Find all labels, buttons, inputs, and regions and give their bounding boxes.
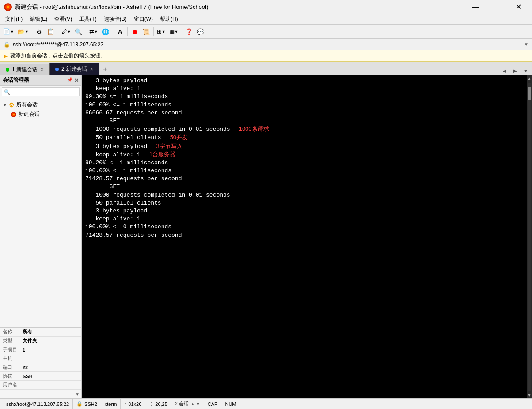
- menu-tab[interactable]: 选项卡(B): [100, 15, 130, 24]
- terminal-line: 99.30% <= 1 milliseconds: [85, 93, 523, 101]
- menu-file[interactable]: 文件(F): [2, 15, 26, 24]
- session-up-button[interactable]: ▲: [190, 401, 195, 406]
- status-protocol-text: SSH2: [84, 401, 97, 407]
- terminal-line: 50 parallel clients50并发: [85, 133, 523, 142]
- info-row-host: 主机: [0, 354, 81, 363]
- sidebar: 会话管理器 📌 ✕ ▼ ⚙ 所有会话 新建会话: [0, 75, 82, 398]
- close-button[interactable]: ✕: [508, 0, 528, 14]
- svg-point-5: [13, 114, 15, 115]
- maximize-button[interactable]: □: [487, 0, 507, 14]
- font-button[interactable]: A: [115, 27, 125, 37]
- info-bar: ▶ 要添加当前会话，点击左侧的箭头按钮。: [0, 50, 532, 62]
- tab-2[interactable]: 2 新建会话 ✕: [49, 63, 99, 75]
- status-terminal-text: xterm: [105, 401, 117, 407]
- status-num: NUM: [221, 399, 239, 409]
- open-session-button[interactable]: 📂▼: [16, 27, 30, 37]
- terminal-line: ====== GET ======: [85, 183, 523, 191]
- folder-icon: ⚙: [9, 102, 15, 109]
- status-protocol: 🔒 SSH2: [73, 399, 101, 409]
- scrollbar-down-button[interactable]: ▼: [526, 392, 532, 398]
- menu-help[interactable]: 帮助(H): [156, 15, 182, 24]
- status-num-text: NUM: [225, 401, 236, 407]
- session-down-button[interactable]: ▼: [196, 401, 200, 406]
- status-terminal: xterm: [101, 399, 121, 409]
- help-button[interactable]: ❓: [184, 27, 194, 37]
- terminal-line: keep alive: 1: [85, 85, 523, 93]
- tab-2-close[interactable]: ✕: [90, 67, 93, 72]
- sidebar-search: [0, 86, 81, 98]
- tab-2-label: 2 新建会话: [61, 65, 87, 73]
- compose-button[interactable]: 🖊▼: [60, 27, 72, 37]
- sidebar-info-scroll-down[interactable]: ▼: [75, 392, 80, 397]
- terminal-line: 100.00% <= 0 milliseconds: [85, 223, 523, 231]
- menu-tools[interactable]: 工具(T): [76, 15, 100, 24]
- info-key-name: 名称: [0, 328, 20, 337]
- layout-button[interactable]: ⊞▼: [156, 27, 167, 37]
- terminal-line: 50 parallel clients: [85, 199, 523, 207]
- panel-button[interactable]: ▦▼: [168, 27, 180, 37]
- status-cap-text: CAP: [208, 401, 218, 407]
- cursor-icon: ⋮: [149, 401, 153, 406]
- info-val-port: 22: [20, 363, 81, 372]
- info-row-user: 用户名: [0, 381, 81, 390]
- info-text: 要添加当前会话，点击左侧的箭头按钮。: [10, 52, 106, 60]
- tab-menu-button[interactable]: ▼: [521, 66, 530, 75]
- status-bar: ssh://root@47.113.207.65:22 🔒 SSH2 xterm…: [0, 398, 532, 409]
- info-key-host: 主机: [0, 354, 20, 363]
- record-button[interactable]: ⏺: [129, 27, 140, 37]
- tab-1[interactable]: 1 新建会话 ✕: [0, 64, 49, 75]
- script-button[interactable]: 📜: [141, 27, 152, 37]
- lock-icon: 🔒: [4, 42, 10, 48]
- address-dropdown-icon[interactable]: ▼: [524, 42, 528, 47]
- info-row-protocol: 协议 SSH: [0, 372, 81, 381]
- app-icon: [4, 3, 12, 11]
- tab-prev-button[interactable]: ◀: [500, 66, 509, 75]
- terminal-wrapper: 3 bytes payload keep alive: 199.30% <= 1…: [82, 75, 532, 398]
- terminal-line: 71428.57 requests per second: [85, 175, 523, 183]
- status-cap: CAP: [204, 399, 222, 409]
- tree-item-newsession[interactable]: 新建会话: [2, 110, 80, 119]
- terminal-line: 100.00% <= 1 milliseconds: [85, 101, 523, 109]
- menu-edit[interactable]: 编辑(E): [26, 15, 51, 24]
- scrollbar-up-button[interactable]: ▲: [526, 75, 532, 82]
- terminal-annotation: 3字节写入: [156, 143, 182, 149]
- copy-button[interactable]: ⚙: [34, 27, 45, 37]
- tab-1-close[interactable]: ✕: [40, 67, 44, 72]
- find-button[interactable]: 🔍: [73, 27, 84, 37]
- info-val-protocol: SSH: [20, 372, 81, 381]
- info-arrow-icon: ▶: [4, 53, 8, 59]
- globe-button[interactable]: 🌐: [100, 27, 111, 37]
- menu-window[interactable]: 窗口(W): [130, 15, 156, 24]
- terminal-annotation: 1000条请求: [239, 125, 269, 132]
- terminal-line: 3 bytes payload: [85, 207, 523, 215]
- new-session-button[interactable]: 📄▼: [2, 27, 15, 37]
- transfer-button[interactable]: ⇄▼: [88, 27, 99, 37]
- sidebar-title: 会话管理器: [3, 76, 29, 84]
- search-input[interactable]: [2, 87, 80, 96]
- menu-view[interactable]: 查看(V): [51, 15, 76, 24]
- sidebar-close-button[interactable]: ✕: [74, 77, 79, 83]
- status-size: ↕ 81x26: [121, 399, 145, 409]
- terminal-line: keep alive: 1: [85, 215, 523, 223]
- tab-nav: ◀ ▶ ▼: [500, 66, 532, 75]
- sidebar-pin-button[interactable]: 📌: [67, 77, 72, 83]
- chat-button[interactable]: 💬: [195, 27, 206, 37]
- tree-root[interactable]: ▼ ⚙ 所有会话: [2, 100, 80, 110]
- terminal-line: keep alive: 11台服务器: [85, 151, 523, 159]
- info-key-user: 用户名: [0, 381, 20, 390]
- paste-button[interactable]: 📋: [46, 27, 56, 37]
- minimize-button[interactable]: —: [466, 0, 486, 14]
- sidebar-info: 名称 所有... 类型 文件夹 子项目 1 主机 端口 22: [0, 327, 81, 398]
- scrollbar-thumb[interactable]: [528, 87, 531, 100]
- status-sessions-text: 2 会话: [175, 401, 189, 407]
- tab-2-indicator: [55, 68, 59, 71]
- info-row-port: 端口 22: [0, 363, 81, 372]
- tab-next-button[interactable]: ▶: [511, 66, 520, 75]
- size-icon: ↕: [124, 401, 126, 406]
- tab-add-button[interactable]: +: [99, 64, 111, 75]
- sidebar-tree: ▼ ⚙ 所有会话 新建会话: [0, 98, 81, 327]
- status-connection-text: ssh://root@47.113.207.65:22: [6, 401, 69, 407]
- info-row-children: 子项目 1: [0, 345, 81, 354]
- tree-root-label: 所有会话: [16, 101, 38, 109]
- terminal[interactable]: 3 bytes payload keep alive: 199.30% <= 1…: [82, 75, 527, 398]
